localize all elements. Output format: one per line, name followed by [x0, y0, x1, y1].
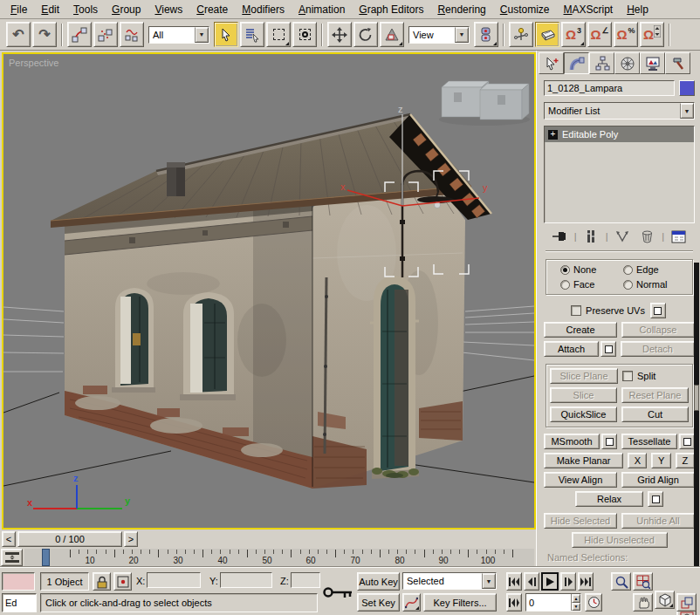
panel-scrollbar-thumb[interactable] [694, 385, 699, 411]
menu-group[interactable]: Group [105, 2, 148, 17]
select-and-rotate-button[interactable] [353, 22, 378, 47]
perspective-viewport[interactable]: x y z x y z Perspective [2, 52, 536, 530]
snaps-toggle-3d-button[interactable]: Ω3 [561, 22, 586, 47]
msmooth-settings-button[interactable] [601, 434, 617, 449]
time-slider-handle[interactable]: 0 / 100 [17, 531, 122, 547]
current-frame-marker[interactable] [42, 549, 50, 566]
frame-spinner[interactable]: ▲ ▼ [571, 594, 580, 611]
menu-rendering[interactable]: Rendering [430, 2, 492, 17]
menu-help[interactable]: Help [620, 2, 655, 17]
make-unique-button[interactable] [612, 228, 633, 245]
spinner-down-icon[interactable]: ▼ [572, 603, 580, 612]
menu-customize[interactable]: Customize [493, 2, 557, 17]
play-button[interactable] [541, 572, 559, 591]
selection-filter-combo[interactable]: All ▼ [148, 26, 209, 44]
timeline-ruler[interactable]: 0 10 20 30 40 50 60 70 80 90 100 [24, 549, 534, 567]
make-planar-button[interactable]: Make Planar [544, 453, 623, 468]
reset-plane-button[interactable]: Reset Plane [621, 387, 689, 403]
view-align-button[interactable]: View Align [544, 472, 617, 488]
dropdown-arrow-icon[interactable]: ▼ [680, 103, 694, 119]
menu-create[interactable]: Create [189, 2, 235, 17]
tab-modify[interactable] [564, 52, 589, 74]
time-configuration-button[interactable] [585, 593, 602, 612]
grid-align-button[interactable]: Grid Align [621, 472, 695, 488]
msmooth-button[interactable]: MSmooth [544, 434, 600, 449]
use-pivot-point-center-button[interactable] [474, 22, 498, 47]
select-object-button[interactable] [214, 22, 238, 47]
percent-snap-toggle-button[interactable]: Ω% [614, 22, 638, 47]
menu-maxscript[interactable]: MAXScript [557, 2, 621, 17]
z-coordinate-field[interactable] [291, 572, 320, 588]
detach-button[interactable]: Detach [621, 341, 695, 357]
slice-plane-button[interactable]: Slice Plane [550, 368, 618, 384]
viewport-canvas[interactable]: x y z x y z Perspective [3, 54, 534, 528]
reference-coordinate-combo[interactable]: View ▼ [408, 26, 470, 44]
key-mode-combo[interactable]: Selected ▼ [402, 572, 497, 590]
pin-stack-button[interactable] [549, 228, 570, 245]
tab-utilities[interactable] [665, 52, 690, 74]
menu-edit[interactable]: Edit [34, 2, 66, 17]
window-crossing-toggle-button[interactable] [292, 22, 317, 47]
pan-button[interactable] [633, 593, 653, 612]
tessellate-button[interactable]: Tessellate [621, 434, 677, 449]
split-checkbox[interactable]: Split [622, 371, 689, 381]
zoom-all-button[interactable] [633, 572, 653, 591]
make-planar-x-button[interactable]: X [628, 453, 647, 468]
default-tangents-button[interactable] [402, 593, 421, 612]
bind-to-space-warp-button[interactable] [120, 22, 144, 47]
mini-curve-editor-button[interactable] [1, 549, 23, 566]
zoom-extents-button[interactable] [655, 591, 675, 609]
keyboard-shortcut-override-button[interactable] [535, 22, 559, 47]
spinner-snap-toggle-button[interactable]: Ω [640, 22, 664, 47]
radio-none[interactable]: None [560, 264, 623, 275]
show-end-result-button[interactable] [580, 228, 601, 245]
key-filters-button[interactable]: Key Filters... [423, 593, 497, 612]
absolute-offset-mode-button[interactable] [113, 572, 132, 591]
selection-lock-button[interactable] [93, 572, 111, 591]
expand-icon[interactable]: + [548, 130, 558, 140]
select-and-manipulate-button[interactable] [509, 22, 533, 47]
remove-modifier-button[interactable] [637, 228, 658, 245]
go-to-end-button[interactable] [578, 572, 594, 591]
radio-normal[interactable]: Normal [623, 279, 667, 290]
menu-file[interactable]: File [3, 2, 34, 17]
angle-snap-toggle-button[interactable]: Ω∠ [587, 22, 612, 47]
dropdown-arrow-icon[interactable]: ▼ [482, 573, 496, 589]
stack-item-editable-poly[interactable]: + Editable Poly [545, 126, 694, 142]
select-and-link-button[interactable] [67, 22, 92, 47]
tab-hierarchy[interactable] [589, 52, 614, 74]
viewport-label[interactable]: Perspective [9, 58, 58, 68]
spinner-up-icon[interactable]: ▲ [572, 594, 580, 603]
macro-recorder-pane[interactable] [2, 572, 35, 591]
menu-views[interactable]: Views [148, 2, 189, 17]
quickslice-button[interactable]: QuickSlice [550, 407, 617, 422]
select-and-move-button[interactable] [327, 22, 352, 47]
select-and-scale-button[interactable] [380, 22, 404, 47]
radio-face[interactable]: Face [560, 279, 623, 290]
go-to-start-button[interactable] [506, 572, 522, 591]
zoom-button[interactable] [611, 572, 631, 591]
hide-unselected-button[interactable]: Hide Unselected [572, 532, 668, 548]
auto-key-button[interactable]: Auto Key [357, 572, 400, 591]
key-mode-toggle-button[interactable] [506, 593, 522, 612]
relax-button[interactable]: Relax [575, 491, 643, 507]
unlink-button[interactable] [93, 22, 118, 47]
panel-scrollbar[interactable] [694, 263, 699, 567]
object-color-swatch[interactable] [679, 80, 695, 96]
unhide-all-button[interactable]: Unhide All [621, 513, 695, 529]
collapse-button[interactable]: Collapse [621, 322, 695, 338]
menu-tools[interactable]: Tools [66, 2, 105, 17]
relax-settings-button[interactable] [648, 491, 663, 507]
current-frame-field[interactable] [526, 594, 571, 611]
radio-edge[interactable]: Edge [623, 264, 659, 275]
distant-box-objects[interactable] [439, 81, 530, 126]
menu-graph-editors[interactable]: Graph Editors [352, 2, 430, 17]
tab-motion[interactable] [614, 52, 640, 74]
attach-settings-button[interactable] [600, 341, 616, 357]
modifier-stack[interactable]: + Editable Poly [544, 126, 695, 223]
make-planar-y-button[interactable]: Y [651, 453, 670, 468]
redo-button[interactable]: ↷ [32, 22, 57, 47]
hide-selected-button[interactable]: Hide Selected [544, 513, 617, 529]
preserve-uvs-checkbox[interactable]: Preserve UVs [571, 305, 645, 316]
object-name-field[interactable] [544, 80, 675, 96]
